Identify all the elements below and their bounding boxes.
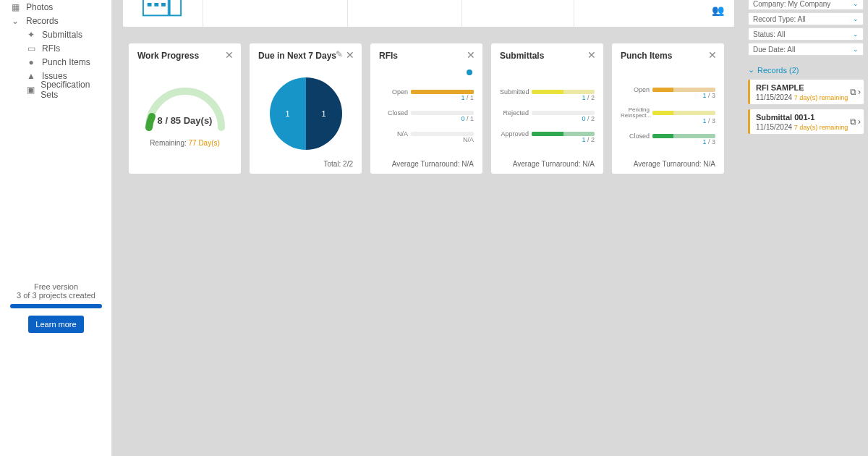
punch-rows: Open1 / 3Pending Reinspect...1 / 3Closed… xyxy=(621,61,715,166)
chevron-down-icon: ⌄ xyxy=(853,46,859,53)
label: Photos xyxy=(26,2,53,12)
card-title: Work Progress xyxy=(137,51,232,61)
free-title: Free version xyxy=(10,282,102,291)
row-label: Closed xyxy=(379,109,408,117)
svg-rect-6 xyxy=(154,3,158,7)
people-icon[interactable]: 👥 xyxy=(712,4,724,16)
row-bar xyxy=(532,90,595,94)
header-actions: ⌄ 👥 xyxy=(712,0,734,16)
rfis-rows: Open1 / 1Closed0 / 1N/AN/A xyxy=(379,61,474,166)
pie-left-val: 1 xyxy=(286,109,290,118)
photos-icon: ▦ xyxy=(10,2,20,12)
sidebar-item-photos[interactable]: ▦Photos xyxy=(6,0,106,14)
label: Specification Sets xyxy=(41,80,101,100)
card-footer: Average Turnaround: N/A xyxy=(392,160,474,168)
records-toggle[interactable]: ⌄Records (2) xyxy=(748,65,864,75)
card-submittals: Submittals ✕ Submitted1 / 2Rejected0 / 2… xyxy=(491,43,603,174)
issues-icon: ▲ xyxy=(26,71,36,81)
card-footer: Total: 2/2 xyxy=(323,160,353,168)
row-label: Approved xyxy=(500,130,529,138)
row-label: Pending Reinspect... xyxy=(621,107,650,119)
close-icon[interactable]: ✕ xyxy=(467,49,475,61)
record-date: 11/15/2024 7 day(s) remaining xyxy=(756,123,859,131)
row-bar xyxy=(652,88,715,92)
free-sub: 3 of 3 projects created xyxy=(10,291,102,300)
row-label: N/A xyxy=(379,130,408,138)
chevron-down-icon: ⌄ xyxy=(853,30,859,38)
svg-rect-5 xyxy=(148,3,152,7)
specs-icon: ▣ xyxy=(26,85,35,95)
card-title: Punch Items xyxy=(621,51,715,61)
open-external-icon[interactable]: ⧉ xyxy=(850,87,856,97)
right-panel: Company: My Company⌄ Record Type: All⌄ S… xyxy=(748,0,864,134)
filter-record-type[interactable]: Record Type: All⌄ xyxy=(748,12,864,25)
card-rfis: RFIs ✕ Open1 / 1Closed0 / 1N/AN/A Averag… xyxy=(370,43,482,174)
row-bar xyxy=(652,111,715,115)
label: Punch Items xyxy=(42,57,90,67)
chevron-right-icon[interactable]: › xyxy=(858,87,861,97)
row-label: Rejected xyxy=(500,109,529,117)
record-date: 11/15/2024 7 day(s) remaining xyxy=(756,93,859,101)
record-name: Submittal 001-1 xyxy=(756,113,859,122)
gauge-remaining: Remaining: 77 Day(s) xyxy=(150,139,220,147)
row-label: Open xyxy=(379,88,408,96)
close-icon[interactable]: ✕ xyxy=(587,49,596,61)
row-bar xyxy=(532,132,595,136)
filter-status[interactable]: Status: All⌄ xyxy=(748,28,864,41)
row-bar xyxy=(411,111,474,115)
card-work-progress: Work Progress ✕ 8 / 85 Day(s) Remaining:… xyxy=(129,43,241,174)
row-label: Closed xyxy=(621,132,650,140)
open-external-icon[interactable]: ⧉ xyxy=(850,117,856,127)
close-icon[interactable]: ✕ xyxy=(708,49,717,61)
pie-chart: 1 1 xyxy=(270,77,342,150)
row-bar xyxy=(411,132,474,136)
info-icon[interactable] xyxy=(467,69,472,75)
filter-company[interactable]: Company: My Company⌄ xyxy=(748,0,864,10)
edit-icon[interactable]: ✎ xyxy=(336,49,343,59)
card-punch-items: Punch Items ✕ Open1 / 3Pending Reinspect… xyxy=(612,43,724,174)
sidebar-item-submittals[interactable]: ✦Submittals xyxy=(6,28,106,41)
row-bar xyxy=(411,90,474,94)
svg-rect-7 xyxy=(161,3,166,7)
label: RFIs xyxy=(42,43,60,54)
sidebar-item-records[interactable]: ⌄Records xyxy=(6,14,106,28)
header-frame xyxy=(461,0,574,27)
chevron-down-icon: ⌄ xyxy=(853,15,859,22)
svg-rect-0 xyxy=(143,0,169,15)
card-title: Submittals xyxy=(500,51,595,61)
free-progress-bar xyxy=(10,304,102,308)
free-version-box: Free version 3 of 3 projects created Lea… xyxy=(0,282,112,333)
sidebar-item-specs[interactable]: ▣Specification Sets xyxy=(6,83,106,96)
label: Submittals xyxy=(42,30,82,40)
record-item[interactable]: Submittal 001-1 11/15/2024 7 day(s) rema… xyxy=(748,109,864,134)
sidebar-item-punch[interactable]: ●Punch Items xyxy=(6,55,106,69)
gauge-days: 8 / 85 Day(s) xyxy=(158,115,213,126)
row-bar xyxy=(652,134,715,138)
record-item[interactable]: RFI SAMPLE 11/15/2024 7 day(s) remaining… xyxy=(748,80,864,104)
card-footer: Average Turnaround: N/A xyxy=(634,160,715,168)
header-type xyxy=(347,0,461,27)
record-name: RFI SAMPLE xyxy=(756,83,859,92)
label: Records xyxy=(26,16,59,26)
chevron-down-icon: ⌄ xyxy=(748,65,754,75)
row-bar xyxy=(532,111,595,115)
sidebar-item-rfis[interactable]: ▭RFIs xyxy=(6,41,106,55)
close-icon[interactable]: ✕ xyxy=(225,49,234,61)
building-icon xyxy=(123,0,203,19)
filter-due-date[interactable]: Due Date: All⌄ xyxy=(748,43,864,56)
row-label: Open xyxy=(621,86,650,93)
close-icon[interactable]: ✕ xyxy=(346,49,354,61)
card-footer: Average Turnaround: N/A xyxy=(513,160,595,168)
chevron-right-icon[interactable]: › xyxy=(858,117,861,127)
header-address xyxy=(203,0,347,27)
card-title: RFIs xyxy=(379,51,474,61)
card-due-7-days: Due in Next 7 Days ✎ ✕ 1 1 Total: 2/2 xyxy=(250,43,362,174)
row-label: Submitted xyxy=(500,88,529,96)
punch-icon: ● xyxy=(26,57,36,67)
learn-more-button[interactable]: Learn more xyxy=(28,316,83,333)
subs-rows: Submitted1 / 2Rejected0 / 2Approved1 / 2 xyxy=(500,61,595,166)
rfis-icon: ▭ xyxy=(26,43,36,54)
sidebar: ▦Photos ⌄Records ✦Submittals ▭RFIs ●Punc… xyxy=(0,0,112,456)
submittals-icon: ✦ xyxy=(26,30,36,40)
chevron-down-icon: ⌄ xyxy=(853,0,859,7)
